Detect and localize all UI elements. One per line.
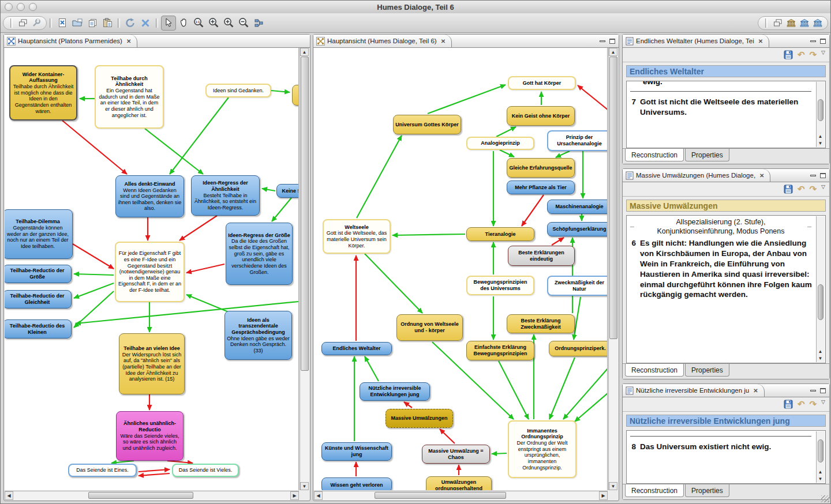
redo-icon[interactable]: ↷	[810, 50, 817, 59]
argument-node[interactable]: Keine S	[276, 184, 299, 198]
support-arrow[interactable]	[563, 368, 607, 419]
close-icon[interactable]: ✕	[753, 388, 758, 394]
tab-hauptansicht-humes[interactable]: Hauptansicht (Humes Dialoge, Teil 6) ✕	[313, 35, 452, 47]
close-icon[interactable]: ✕	[126, 38, 131, 44]
scrollbar-thumb[interactable]	[301, 57, 309, 371]
argument-title-field[interactable]: Endliches Weltalter	[626, 65, 826, 77]
scrollbar-thumb[interactable]	[818, 284, 823, 320]
zoom-fit-button[interactable]	[206, 16, 221, 31]
debate-temple-tan-icon[interactable]	[785, 17, 797, 29]
argument-node[interactable]: Ordnung von Weltseele und - körper	[396, 314, 463, 341]
argument-node[interactable]: Ordnungsprinziperk.	[549, 341, 608, 356]
scroll-up-icon[interactable]: ▲	[300, 48, 309, 56]
argument-node[interactable]: Bewegungsprinzipien des Universums	[466, 276, 534, 295]
support-arrow[interactable]	[272, 198, 291, 221]
support-arrow[interactable]	[496, 127, 516, 137]
undo-icon[interactable]: ↶	[798, 400, 805, 408]
argument-node[interactable]: Teilhabe-Reductio des Kleinen	[5, 319, 72, 338]
argument-node[interactable]: Das Seiende ist Vieles.	[172, 464, 239, 477]
select-cursor-button[interactable]	[161, 16, 176, 31]
refresh-button[interactable]	[123, 16, 138, 31]
redo-icon[interactable]: ↷	[810, 400, 817, 408]
argument-node[interactable]: Teilhabe-Reductio der Gleichheit	[5, 290, 72, 309]
statement-row[interactable]: 8Das Universum existiert nicht ewig.	[630, 442, 813, 452]
attack-arrow[interactable]	[73, 244, 114, 269]
support-arrow[interactable]	[365, 254, 422, 313]
support-arrow[interactable]	[145, 129, 203, 174]
scroll-up-icon[interactable]: ▲	[817, 468, 824, 475]
left-horizontal-scrollbar[interactable]: ◀ ▶	[5, 491, 299, 500]
resize-grip[interactable]	[821, 495, 829, 502]
scroll-left-icon[interactable]: ◀	[314, 491, 323, 500]
zoom-out-button[interactable]	[236, 16, 251, 31]
argument-node[interactable]: Analogieprinzip	[466, 137, 534, 150]
support-arrow[interactable]	[357, 136, 402, 218]
debate-temple-blue-icon[interactable]	[799, 17, 810, 29]
statement-row[interactable]: 6Es gilt nicht: Handlungen wie die Ansie…	[630, 238, 813, 300]
argument-node[interactable]: Ideen als transzendentale Gesprächsbedin…	[224, 311, 292, 360]
maximize-view-icon[interactable]	[820, 39, 826, 44]
argument-node[interactable]: Kein Geist ohne Körper	[507, 106, 575, 126]
middle-horizontal-scrollbar[interactable]: ◀ ▶	[314, 491, 608, 500]
left-argument-canvas[interactable]: Wider Kontainer-AuffassungTeilhabe durch…	[5, 48, 299, 490]
argument-node[interactable]: Zweckmäßigkeit der Natur	[547, 276, 608, 296]
argument-node[interactable]: Wider Kontainer-AuffassungTeilhabe durch…	[9, 65, 77, 121]
maximize-view-icon[interactable]	[820, 388, 826, 393]
close-icon[interactable]: ✕	[758, 38, 763, 44]
editor-scrollbar[interactable]: ▲ ▼	[816, 216, 825, 362]
argument-node[interactable]: Massive Umwälzung = Chaos	[422, 445, 490, 464]
support-arrow[interactable]	[74, 274, 114, 275]
new-map-button[interactable]	[55, 16, 70, 31]
tab-hauptansicht-parmenides[interactable]: Hauptansicht (Platons Parmenides) ✕	[4, 35, 137, 47]
minimize-view-icon[interactable]	[810, 390, 816, 392]
attack-arrow[interactable]	[578, 85, 607, 110]
support-arrow[interactable]	[500, 150, 514, 157]
copy-button[interactable]	[85, 16, 100, 31]
reconstruction-area[interactable]: 8Das Universum existiert nicht ewig. ▲ ▼	[626, 430, 826, 484]
support-arrow[interactable]	[392, 234, 465, 235]
tab-reconstruction[interactable]: Reconstruction	[625, 484, 684, 497]
argument-node[interactable]: Beste Erklärung Zweckmäßigkeit	[507, 314, 575, 333]
argument-node[interactable]: Gott hat Körper	[508, 76, 576, 90]
argument-node[interactable]: Gleiche Erfahrungsquelle	[507, 158, 575, 178]
attack-arrow[interactable]	[404, 402, 412, 408]
argument-node[interactable]: Prinzip der Ursachenanalogie	[547, 130, 608, 151]
minimize-view-icon[interactable]	[810, 40, 816, 42]
argument-node[interactable]: Das Seiende ist Eines.	[68, 464, 137, 477]
attack-arrow[interactable]	[552, 238, 564, 245]
support-arrow[interactable]	[170, 97, 229, 174]
tab-properties[interactable]: Properties	[685, 149, 729, 161]
reconstruction-area[interactable]: ewig.7Gott ist nicht die Weltseele des m…	[626, 81, 826, 148]
attack-arrow[interactable]	[440, 429, 455, 443]
argument-node[interactable]: Ideen-Regress der ÄhnlichkeitBesteht Tei…	[191, 175, 260, 216]
argument-node[interactable]: Ideen sind Gedanken.	[205, 84, 271, 97]
argument-node[interactable]: Nützliche irreversible Entwicklungen jun…	[360, 382, 430, 401]
tab-properties[interactable]: Properties	[685, 364, 729, 377]
maximize-view-icon[interactable]	[609, 39, 615, 44]
zoom-actual-button[interactable]: 1:1	[191, 16, 206, 31]
argument-node[interactable]	[292, 85, 299, 106]
argument-node[interactable]: Mehr Pflanze als Tier	[507, 180, 575, 194]
minimize-view-icon[interactable]	[810, 175, 816, 176]
paste-button[interactable]	[100, 16, 115, 31]
save-icon[interactable]	[784, 50, 793, 59]
open-folder-button[interactable]	[70, 16, 85, 31]
argument-node[interactable]: Für jede Eigenschaft F gibt es eine F-Id…	[115, 242, 185, 302]
outline-button[interactable]	[251, 16, 266, 31]
argument-node[interactable]: Immanentes OrdnungsprinzipDer Ordnung de…	[508, 420, 577, 478]
scroll-right-icon[interactable]: ▶	[290, 491, 299, 500]
zoom-in-button[interactable]	[221, 16, 236, 31]
scrollbar-thumb[interactable]	[375, 492, 506, 499]
view-menu-icon[interactable]: ▽	[821, 50, 825, 55]
argument-node[interactable]: Schöpfungserklärung	[547, 222, 608, 236]
save-icon[interactable]	[784, 185, 793, 194]
argument-node[interactable]: Maschinenanalogie	[547, 200, 608, 214]
scrollbar-thumb[interactable]	[609, 57, 617, 339]
scrollbar-thumb[interactable]	[818, 439, 823, 462]
reconstruction-area[interactable]: Allspezialisierung (2. Stufe), Konjunkti…	[626, 215, 826, 363]
scroll-left-icon[interactable]: ◀	[5, 491, 13, 500]
editor-tab[interactable]: Massive Umwälzungen (Humes Dialoge, ✕	[623, 169, 770, 182]
argument-node[interactable]: Teilhabe-Reductio der Größe	[5, 265, 72, 283]
editor-scrollbar[interactable]: ▲ ▼	[816, 431, 825, 483]
attack-arrow[interactable]	[186, 264, 224, 273]
